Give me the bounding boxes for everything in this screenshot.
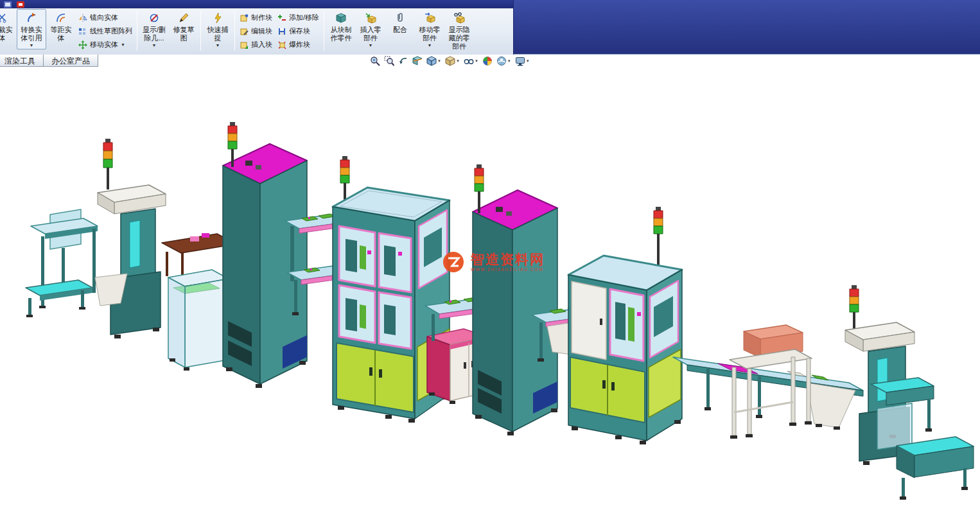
machine-press-left[interactable] <box>95 139 166 338</box>
ribbon-button-make-block[interactable]: 制作块 <box>237 11 275 24</box>
machine-assembly-right[interactable] <box>568 207 682 444</box>
ribbon-button-display-delete-relations[interactable]: 显示/删除几... ▼ <box>139 9 169 49</box>
apply-scene-button[interactable]: ▼ <box>496 56 511 66</box>
machine-infeed-conveyor[interactable] <box>26 209 98 317</box>
ribbon-button-save-block[interactable]: 保存块 <box>275 24 322 38</box>
offset-entities-icon <box>55 10 67 26</box>
zoom-to-area-icon <box>384 56 394 66</box>
zoom-to-fit-icon <box>370 56 380 66</box>
machine-control-tower-2[interactable] <box>473 164 557 435</box>
outfeed-conveyors-right[interactable] <box>871 378 974 500</box>
move-component-icon <box>424 10 435 26</box>
dropdown-caret-icon: ▼ <box>152 42 157 49</box>
ribbon-button-quick-snaps[interactable]: 快速捕捉 ▼ <box>203 9 232 49</box>
previous-view-button[interactable] <box>398 56 408 66</box>
machine-glass-enclosure[interactable] <box>168 270 229 371</box>
graphics-area[interactable]: 智造资料网 WWW.ZHIZAOZILIAO.COM <box>0 55 980 526</box>
glass-window <box>610 289 643 361</box>
section-view-icon <box>412 56 423 66</box>
ribbon-button-trim-entities[interactable]: 剪裁实体 <box>0 9 17 42</box>
explode-block-icon <box>277 40 286 49</box>
assembly-3d-view[interactable] <box>0 55 980 526</box>
ribbon-separator <box>137 11 137 51</box>
ribbon-button-move-component[interactable]: 移动零部件 ▼ <box>415 9 444 49</box>
tab-render-tools[interactable]: 渲染工具 <box>0 55 44 67</box>
linear-pattern-icon <box>78 27 87 36</box>
dropdown-caret-icon: ▼ <box>216 42 220 49</box>
ribbon-separator <box>200 11 201 51</box>
dropdown-caret-icon: ▼ <box>30 42 34 49</box>
ribbon-button-explode-block[interactable]: 爆炸块 <box>275 38 322 51</box>
ribbon-button-mirror-entities[interactable]: 镜向实体 <box>76 11 135 24</box>
signal-tower <box>850 285 859 331</box>
repair-sketch-icon <box>178 10 189 26</box>
ribbon-group-sketch-tools: 镜向实体 线性草图阵列 移动实体 ▼ <box>76 9 135 51</box>
ribbon-button-convert-entities[interactable]: 转换实体引用 ▼ <box>17 9 46 49</box>
zoom-to-area-button[interactable] <box>384 56 394 66</box>
display-delete-relations-icon <box>148 10 160 26</box>
view-settings-button[interactable]: ▼ <box>515 56 530 66</box>
hide-show-items-button[interactable]: ▼ <box>464 56 478 66</box>
show-hidden-components-icon <box>453 10 465 26</box>
move-entities-icon <box>78 40 87 49</box>
edit-appearance-icon <box>482 56 493 66</box>
ribbon-button-insert-block[interactable]: 插入块 <box>237 38 275 51</box>
make-part-from-block-icon <box>335 10 347 26</box>
view-settings-icon <box>515 56 525 66</box>
app-menu-icon[interactable] <box>4 1 12 8</box>
convert-entities-icon <box>26 10 37 26</box>
ribbon-button-show-hidden-components[interactable]: 显示隐藏的零部件 <box>444 9 474 51</box>
edit-block-icon <box>240 27 249 36</box>
view-orientation-button[interactable]: ▼ <box>426 56 441 66</box>
section-view-button[interactable] <box>412 56 423 66</box>
command-manager-ribbon: 剪裁实体 转换实体引用 ▼ 等距实体 镜向实体 线性草图阵列 <box>0 0 514 55</box>
dropdown-caret-icon: ▼ <box>507 58 511 64</box>
mate-paperclip-icon <box>394 10 406 26</box>
ribbon-button-offset-entities[interactable]: 等距实体 <box>46 9 76 42</box>
apply-scene-icon <box>496 56 507 66</box>
trim-entities-icon <box>0 10 8 26</box>
ribbon-button-move-entities[interactable]: 移动实体 ▼ <box>76 38 135 51</box>
ribbon-button-edit-block[interactable]: 编辑块 <box>237 24 275 38</box>
ribbon-button-repair-sketch[interactable]: 修复草图 <box>169 9 198 42</box>
dropdown-caret-icon: ▼ <box>121 42 125 48</box>
dropdown-caret-icon: ▼ <box>475 58 478 64</box>
tab-office-products[interactable]: 办公室产品 <box>43 55 98 67</box>
signal-tower <box>654 207 663 272</box>
dropdown-caret-icon: ▼ <box>456 58 460 64</box>
ribbon-separator <box>234 11 235 51</box>
dropdown-caret-icon: ▼ <box>437 58 441 64</box>
zoom-to-fit-button[interactable] <box>370 56 380 66</box>
signal-tower <box>103 139 112 189</box>
dropdown-caret-icon: ▼ <box>526 58 530 64</box>
view-orientation-icon <box>426 56 437 66</box>
document-red-icon[interactable] <box>17 1 24 8</box>
add-remove-icon <box>277 13 286 22</box>
display-style-icon <box>445 56 455 66</box>
ribbon-row: 剪裁实体 转换实体引用 ▼ 等距实体 镜向实体 线性草图阵列 <box>0 9 474 54</box>
ribbon-button-add-remove[interactable]: 添加/移除 <box>275 11 322 24</box>
ribbon-group-block-tools-b: 添加/移除 保存块 爆炸块 <box>275 9 322 51</box>
ribbon-button-insert-components[interactable]: 插入零部件 ▼ <box>356 9 385 49</box>
edit-appearance-button[interactable] <box>482 56 493 66</box>
ribbon-separator <box>324 11 324 51</box>
quick-snaps-icon <box>212 10 223 26</box>
insert-components-icon <box>365 10 376 26</box>
app-header: 剪裁实体 转换实体引用 ▼ 等距实体 镜向实体 线性草图阵列 <box>0 0 980 55</box>
ribbon-group-block-tools-a: 制作块 编辑块 插入块 <box>237 9 275 51</box>
ribbon-button-linear-sketch-pattern[interactable]: 线性草图阵列 <box>76 24 135 38</box>
hide-show-items-icon <box>464 56 474 66</box>
ribbon-button-make-part-from-block[interactable]: 从块制作零件 <box>326 9 356 42</box>
outfeed-conveyor[interactable] <box>673 357 863 430</box>
command-manager-tabs: 渲染工具 办公室产品 <box>0 55 98 67</box>
machine-control-tower-1[interactable] <box>223 122 307 388</box>
previous-view-icon <box>398 56 408 66</box>
mirror-entities-icon <box>78 13 87 22</box>
signal-tower <box>340 156 349 204</box>
titlebar-strip <box>0 0 514 8</box>
signal-tower <box>475 164 484 213</box>
display-style-button[interactable]: ▼ <box>445 56 460 66</box>
ribbon-button-mate[interactable]: 配合 <box>385 9 415 34</box>
make-block-icon <box>240 13 249 22</box>
dropdown-caret-icon: ▼ <box>369 42 373 49</box>
